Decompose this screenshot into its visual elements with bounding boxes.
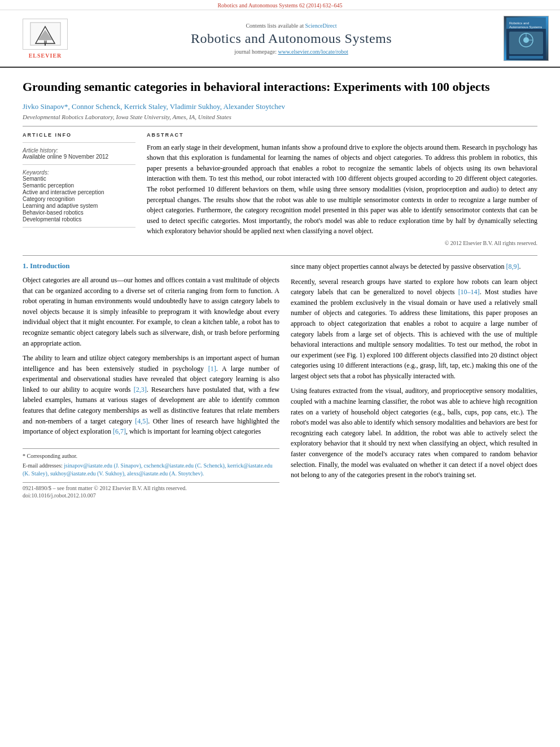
keyword-item: Semantic perception xyxy=(23,182,135,189)
sciencedirect-line: Contents lists available at ScienceDirec… xyxy=(79,23,504,29)
footnote-emails: E-mail addresses: jsinapov@iastate.edu (… xyxy=(23,462,279,478)
article-title: Grounding semantic categories in behavio… xyxy=(23,79,537,95)
journal-reference-bar: Robotics and Autonomous Systems 62 (2014… xyxy=(0,0,560,10)
intro-section-number: 1. xyxy=(23,261,28,270)
journal-cover-image: Robotics and Autonomous Systems xyxy=(504,16,548,60)
affiliation-line: Developmental Robotics Laboratory, Iowa … xyxy=(23,113,537,120)
authors-text: Jivko Sinapov*, Connor Schenck, Kerrick … xyxy=(23,102,285,111)
footnote-section: * Corresponding author. E-mail addresses… xyxy=(23,448,279,478)
svg-text:Autonomous Systems: Autonomous Systems xyxy=(509,25,542,29)
journal-reference-text: Robotics and Autonomous Systems 62 (2014… xyxy=(217,2,342,8)
ref-2-3: [2,3] xyxy=(134,386,147,394)
keywords-group: Keywords: Semantic Semantic perception A… xyxy=(23,169,135,222)
info-abstract-section: ARTICLE INFO Article history: Available … xyxy=(23,132,537,246)
ref-8-9: [8,9] xyxy=(506,263,519,270)
info-divider-1 xyxy=(23,142,135,143)
abstract-column: ABSTRACT From an early stage in their de… xyxy=(147,132,537,246)
article-info-column: ARTICLE INFO Article history: Available … xyxy=(23,132,135,246)
svg-rect-16 xyxy=(509,56,543,59)
info-divider-3 xyxy=(23,227,135,228)
keyword-item: Developmental robotics xyxy=(23,216,135,222)
emails-label: E-mail addresses: xyxy=(23,462,63,469)
abstract-body-divider xyxy=(23,255,537,256)
journal-header: ELSEVIER Contents lists available at Sci… xyxy=(0,10,560,68)
elsevier-brand-name: ELSEVIER xyxy=(29,53,62,59)
intro-section-title: Introduction xyxy=(30,261,70,270)
intro-column-right: since many object properties cannot alwa… xyxy=(291,261,537,499)
intro-column-left: 1. Introduction Object categories are al… xyxy=(23,261,279,499)
journal-title: Robotics and Autonomous Systems xyxy=(79,31,504,46)
intro-paragraph-4: Recently, several research groups have s… xyxy=(291,277,537,382)
keyword-item: Behavior-based robotics xyxy=(23,209,135,216)
abstract-heading: ABSTRACT xyxy=(147,132,537,138)
keywords-list: Semantic Semantic perception Active and … xyxy=(23,176,135,222)
keywords-label: Keywords: xyxy=(23,169,135,176)
publisher-logo-area: ELSEVIER xyxy=(11,19,79,59)
ref-10-14: [10–14] xyxy=(458,288,480,296)
main-content-area: 1. Introduction Object categories are al… xyxy=(23,261,537,499)
abstract-text: From an early stage in their development… xyxy=(147,142,537,237)
cover-svg: Robotics and Autonomous Systems xyxy=(506,18,546,60)
issn-text: 0921-8890/$ – see front matter © 2012 El… xyxy=(23,485,187,491)
svg-text:Robotics and: Robotics and xyxy=(509,21,529,25)
article-history-group: Article history: Available online 9 Nove… xyxy=(23,147,135,160)
authors-line: Jivko Sinapov*, Connor Schenck, Kerrick … xyxy=(23,102,537,111)
ref-1: [1] xyxy=(208,365,216,373)
keyword-item: Active and interactive perception xyxy=(23,189,135,195)
ref-4-5: [4,5] xyxy=(135,417,148,425)
header-divider xyxy=(23,126,537,126)
intro-paragraph-5: Using features extracted from the visual… xyxy=(291,386,537,480)
svg-point-13 xyxy=(523,37,529,43)
available-online-value: Available online 9 November 2012 xyxy=(23,154,135,160)
intro-paragraph-3: since many object properties cannot alwa… xyxy=(291,261,537,272)
doi-line: doi:10.1016/j.robot.2012.10.007 xyxy=(23,491,279,499)
copyright-line: © 2012 Elsevier B.V. All rights reserved… xyxy=(147,240,537,246)
footnote-star: * Corresponding author. xyxy=(23,452,279,460)
intro-paragraph-1: Object categories are all around us—our … xyxy=(23,275,279,348)
journal-cover-thumbnail: Robotics and Autonomous Systems xyxy=(504,16,549,61)
elsevier-logo-svg xyxy=(30,22,61,46)
doi-text: doi:10.1016/j.robot.2012.10.007 xyxy=(23,492,96,499)
journal-header-center: Contents lists available at ScienceDirec… xyxy=(79,23,504,55)
journal-homepage-line: journal homepage: www.elsevier.com/locat… xyxy=(79,49,504,55)
bottom-info-bar: 0921-8890/$ – see front matter © 2012 El… xyxy=(23,482,279,491)
info-divider-2 xyxy=(23,164,135,165)
article-info-heading: ARTICLE INFO xyxy=(23,132,135,138)
article-body: Grounding semantic categories in behavio… xyxy=(0,68,560,510)
journal-homepage-url[interactable]: www.elsevier.com/locate/robot xyxy=(278,49,348,55)
homepage-label: journal homepage: xyxy=(234,49,277,55)
keyword-item: Category recognition xyxy=(23,196,135,202)
keyword-item: Semantic xyxy=(23,176,135,182)
intro-paragraph-2: The ability to learn and utilize object … xyxy=(23,353,279,437)
contents-label: Contents lists available at xyxy=(246,23,303,29)
keyword-item: Learning and adaptive system xyxy=(23,203,135,209)
sciencedirect-link[interactable]: ScienceDirect xyxy=(305,23,336,29)
history-label: Article history: xyxy=(23,147,135,154)
ref-6-7: [6,7] xyxy=(113,427,126,435)
elsevier-logo xyxy=(23,19,68,50)
intro-section-header: 1. Introduction xyxy=(23,261,279,270)
